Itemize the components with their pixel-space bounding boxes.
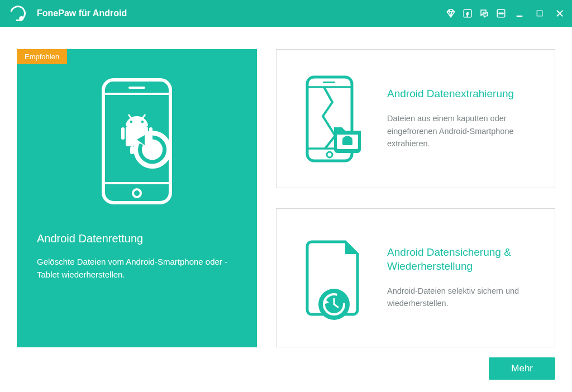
- broken-phone-icon: [288, 71, 377, 166]
- svg-rect-10: [128, 87, 145, 89]
- svg-line-18: [128, 114, 131, 118]
- file-backup-icon: [288, 231, 377, 326]
- main-card-desc: Gelöschte Dateien vom Android-Smartphone…: [37, 255, 237, 281]
- svg-point-17: [141, 121, 144, 123]
- svg-point-23: [327, 152, 332, 157]
- content-area: Empfohlen: [0, 27, 572, 392]
- more-button[interactable]: Mehr: [489, 357, 555, 380]
- phone-recovery-icon: [17, 49, 257, 217]
- maximize-button[interactable]: [533, 7, 546, 20]
- card-data-recovery[interactable]: Empfohlen: [17, 49, 257, 347]
- cards-row: Empfohlen: [17, 49, 555, 347]
- chat-icon[interactable]: [479, 8, 489, 18]
- recommended-badge: Empfohlen: [17, 49, 67, 64]
- svg-point-16: [130, 121, 132, 123]
- extraction-title: Android Datenextrahierung: [387, 87, 539, 101]
- minimize-button[interactable]: [513, 7, 526, 20]
- backup-title: Android Datensicherung & Wiederherstellu…: [387, 246, 539, 273]
- right-column: Android Datenextrahierung Dateien aus ei…: [276, 49, 555, 347]
- extraction-desc: Dateien aus einem kaputten oder eingefro…: [387, 112, 539, 150]
- svg-rect-12: [121, 127, 125, 140]
- main-card-text: Android Datenrettung Gelöschte Dateien v…: [17, 217, 257, 281]
- svg-point-4: [502, 13, 503, 14]
- footer: Mehr: [17, 357, 555, 380]
- card-backup-restore[interactable]: Android Datensicherung & Wiederherstellu…: [276, 208, 555, 347]
- close-button[interactable]: [553, 7, 566, 20]
- svg-rect-5: [517, 16, 523, 17]
- svg-point-2: [499, 13, 500, 14]
- card-data-extraction[interactable]: Android Datenextrahierung Dateien aus ei…: [276, 49, 555, 188]
- facebook-icon[interactable]: [463, 8, 473, 18]
- svg-rect-14: [130, 146, 134, 154]
- titlebar: FonePaw für Android: [0, 0, 572, 27]
- backup-text: Android Datensicherung & Wiederherstellu…: [387, 246, 539, 309]
- titlebar-controls: [446, 7, 566, 20]
- diamond-icon[interactable]: [446, 8, 456, 18]
- menu-icon[interactable]: [496, 8, 506, 18]
- svg-rect-6: [537, 11, 542, 16]
- svg-line-19: [142, 114, 145, 118]
- main-card-title: Android Datenrettung: [37, 232, 237, 245]
- svg-rect-25: [342, 140, 352, 145]
- svg-point-3: [500, 13, 502, 14]
- svg-rect-24: [323, 82, 335, 83]
- backup-desc: Android-Dateien selektiv sichern und wie…: [387, 285, 539, 310]
- app-logo-icon: [7, 3, 28, 24]
- app-window: FonePaw für Android: [0, 0, 572, 392]
- extraction-text: Android Datenextrahierung Dateien aus ei…: [387, 87, 539, 150]
- svg-point-9: [133, 189, 141, 197]
- app-title: FonePaw für Android: [37, 8, 127, 18]
